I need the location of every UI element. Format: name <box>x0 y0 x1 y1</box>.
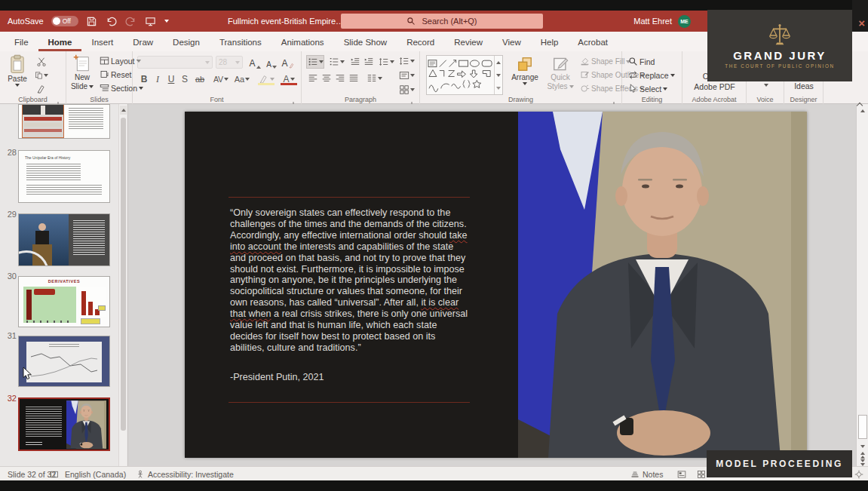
fit-slide-button[interactable] <box>854 467 863 481</box>
align-center-button[interactable] <box>320 72 333 85</box>
format-painter-button[interactable] <box>35 82 48 96</box>
search-box[interactable]: Search (Alt+Q) <box>341 14 543 29</box>
proofing-button[interactable] <box>50 467 59 481</box>
font-dialog-launcher[interactable] <box>293 97 299 103</box>
shapes-gallery[interactable] <box>426 55 503 95</box>
quick-styles-button[interactable]: Quick Styles <box>544 56 577 91</box>
thumbnail-slide-30[interactable]: DERIVATIVES <box>18 276 110 327</box>
quote-text[interactable]: “Only sovereign states can effectively r… <box>230 207 471 354</box>
select-button[interactable]: Select <box>628 84 667 94</box>
main-scrollbar-thumb[interactable] <box>858 415 867 439</box>
next-slide-button[interactable] <box>857 459 868 466</box>
increase-indent-button[interactable] <box>362 55 376 69</box>
scroll-down-icon[interactable] <box>496 74 501 77</box>
paragraph-dialog-launcher[interactable] <box>411 97 417 103</box>
slide-canvas[interactable]: “Only sovereign states can effectively r… <box>185 112 807 458</box>
notes-button[interactable]: Notes <box>630 467 663 481</box>
thumb29-photo <box>19 214 69 266</box>
grow-font-button[interactable]: A <box>247 56 262 69</box>
font-color-button[interactable]: A <box>279 72 299 86</box>
close-button[interactable]: × <box>858 17 865 29</box>
shapes-gallery-scrollbar[interactable] <box>494 56 502 94</box>
create-pdf-button-line2[interactable]: Adobe PDF <box>682 82 747 91</box>
previous-slide-button[interactable] <box>857 451 868 459</box>
shrink-font-button[interactable]: A <box>264 56 279 69</box>
more-shapes-icon[interactable] <box>496 87 501 90</box>
italic-button[interactable]: I <box>151 72 164 86</box>
clear-formatting-button[interactable]: A <box>281 56 296 69</box>
reset-button[interactable]: Reset <box>100 69 131 79</box>
tab-draw[interactable]: Draw <box>123 35 163 51</box>
align-left-button[interactable] <box>306 72 320 85</box>
text-shadow-button[interactable]: S <box>178 72 192 86</box>
undo-button[interactable] <box>106 15 118 27</box>
chevron-down-icon <box>89 85 94 88</box>
drawing-dialog-launcher[interactable] <box>613 97 619 103</box>
tab-view[interactable]: View <box>492 35 531 51</box>
underline-button[interactable]: U <box>164 72 178 86</box>
thumbnail-scroll-up-button[interactable] <box>120 106 127 115</box>
redo-button[interactable] <box>125 15 137 27</box>
tab-file[interactable]: File <box>5 35 38 51</box>
tab-transitions[interactable]: Transitions <box>210 35 271 51</box>
account-area[interactable]: Matt Ehret ME <box>633 11 691 32</box>
search-icon <box>406 17 416 26</box>
justify-button[interactable] <box>347 72 360 85</box>
tab-animations[interactable]: Animations <box>271 35 334 51</box>
save-button[interactable] <box>86 15 98 27</box>
decrease-indent-button[interactable] <box>348 55 362 69</box>
tab-home[interactable]: Home <box>38 35 82 51</box>
group-drawing: Arrange Quick Styles Shape Fill Shape Ou… <box>420 51 622 104</box>
new-slide-button[interactable]: New Slide <box>68 54 97 91</box>
clipboard-dialog-launcher[interactable] <box>57 97 63 103</box>
columns-button[interactable] <box>365 72 383 85</box>
tab-design[interactable]: Design <box>163 35 210 51</box>
bullets-button[interactable] <box>306 55 324 69</box>
slide-sorter-view-button[interactable] <box>697 467 706 481</box>
tab-record[interactable]: Record <box>397 35 444 51</box>
thumbnail-scrollbar[interactable] <box>118 104 127 466</box>
tab-review[interactable]: Review <box>444 35 492 51</box>
customize-qat-chevron-icon[interactable] <box>164 20 169 23</box>
accessibility-button[interactable]: Accessibility: Investigate <box>136 467 234 481</box>
chevron-down-icon <box>523 82 527 85</box>
scroll-down-button[interactable] <box>857 442 868 451</box>
highlight-color-button[interactable] <box>256 72 276 86</box>
font-name-combobox[interactable] <box>137 56 213 69</box>
character-spacing-button[interactable]: AV <box>211 72 231 86</box>
normal-view-button[interactable] <box>677 467 686 481</box>
tab-slide-show[interactable]: Slide Show <box>334 35 397 51</box>
avatar[interactable]: ME <box>678 15 691 28</box>
numbering-button[interactable] <box>327 55 345 69</box>
collapse-ribbon-button[interactable] <box>857 97 862 111</box>
cut-button[interactable] <box>35 55 48 69</box>
align-text-button[interactable] <box>397 69 416 82</box>
main-scrollbar[interactable] <box>856 104 868 466</box>
strikethrough-button[interactable]: ab <box>192 72 208 86</box>
text-direction-button[interactable] <box>397 54 416 68</box>
tab-insert[interactable]: Insert <box>81 35 123 51</box>
convert-smartart-button[interactable] <box>397 83 416 97</box>
line-spacing-button[interactable] <box>377 55 395 69</box>
thumbnail-slide-28[interactable]: The Unipolar Era of History <box>18 150 110 203</box>
copy-button[interactable] <box>35 69 48 82</box>
paste-button[interactable]: Paste <box>5 54 30 87</box>
replace-button[interactable]: Replace <box>628 70 675 80</box>
autosave-toggle[interactable]: Off <box>51 16 78 26</box>
tab-acrobat[interactable]: Acrobat <box>568 35 618 51</box>
scroll-up-icon[interactable] <box>496 61 501 64</box>
thumbnail-slide-29[interactable] <box>18 213 110 266</box>
thumbnail-scrollbar-thumb[interactable] <box>121 118 126 431</box>
thumbnail-slide-32[interactable] <box>18 397 110 451</box>
tab-help[interactable]: Help <box>531 35 569 51</box>
bold-button[interactable]: B <box>137 72 151 86</box>
font-size-combobox[interactable]: 28 <box>216 56 243 69</box>
ideas-button[interactable]: Ideas <box>784 81 824 91</box>
language-button[interactable]: English (Canada) <box>65 467 126 481</box>
arrange-button[interactable]: Arrange <box>508 56 542 85</box>
change-case-button[interactable]: Aa <box>232 72 252 86</box>
start-slideshow-button[interactable] <box>145 15 157 27</box>
align-right-button[interactable] <box>333 72 347 85</box>
find-button[interactable]: Find <box>628 57 655 66</box>
thumbnail-slide-27-partial[interactable] <box>18 104 110 139</box>
